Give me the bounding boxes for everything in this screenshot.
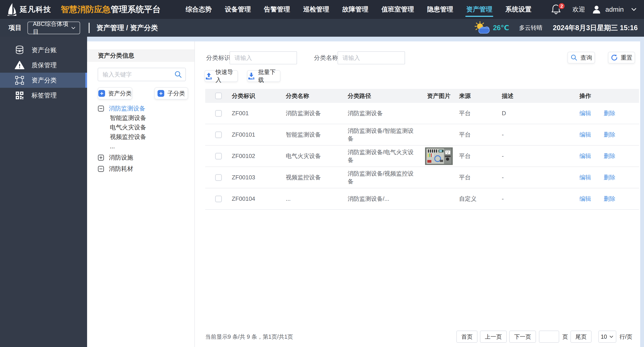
tree-node-ellipsis[interactable]: ...	[87, 142, 194, 151]
nav-item-devices[interactable]: 设备管理	[225, 0, 251, 19]
cell-source: 平台	[459, 109, 502, 117]
nav-item-settings[interactable]: 系统设置	[506, 0, 532, 19]
tree-node-video-surveillance[interactable]: 视频监控设备	[87, 132, 194, 142]
reset-button[interactable]: 重置	[608, 52, 635, 64]
tree-node-label: 智能监测设备	[110, 114, 146, 122]
sidebar-item-asset-category[interactable]: 资产分类	[0, 73, 87, 88]
query-button-label: 查询	[580, 54, 592, 62]
page-number-input[interactable]	[539, 330, 559, 343]
table-row: ZF00102 电气火灾设备 消防监测设备/电气火灾设备	[205, 146, 639, 167]
tree-node-fire-facilities[interactable]: 消防设施	[87, 153, 194, 162]
keyword-search-box	[98, 68, 186, 81]
refresh-icon	[611, 54, 618, 61]
keyword-search-icon[interactable]	[174, 70, 182, 78]
next-page-button[interactable]: 下一页	[509, 330, 536, 343]
category-info-panel: 资产分类信息 + 资产分类 + 子分类 消防监测设备 智能监测设备 电气火灾设备	[87, 42, 195, 347]
page-size-select[interactable]: 10	[598, 330, 616, 343]
nav-item-hazards[interactable]: 隐患管理	[427, 0, 453, 19]
sidebar-item-asset-ledger[interactable]: 资产台账	[0, 42, 87, 58]
row-checkbox[interactable]	[215, 132, 222, 138]
sidebar-item-tag-management[interactable]: 标签管理	[0, 88, 87, 103]
row-checkbox[interactable]	[215, 174, 222, 181]
header-source: 来源	[459, 92, 502, 100]
temperature-text: 26℃	[493, 24, 509, 32]
header-actions: 操作	[576, 92, 639, 100]
cell-category-id: ZF00101	[232, 131, 286, 138]
nav-item-duty-room[interactable]: 值班室管理	[382, 0, 414, 19]
user-menu-chevron-down-icon[interactable]	[630, 6, 637, 13]
user-avatar-icon[interactable]	[592, 5, 601, 14]
delete-link[interactable]: 删除	[604, 174, 616, 182]
category-name-filter-input[interactable]	[338, 51, 405, 64]
cell-description: D	[502, 110, 576, 117]
delete-link[interactable]: 删除	[604, 109, 616, 117]
cell-category-id: ZF00103	[232, 174, 286, 181]
quick-import-button[interactable]: 快速导入	[204, 70, 238, 82]
project-select[interactable]: ABC综合体项目	[28, 22, 80, 34]
top-nav-menu: 综合态势 设备管理 告警管理 巡检管理 故障管理 值班室管理 隐患管理 资产管理…	[179, 0, 538, 19]
add-subcategory-button[interactable]: + 子分类	[154, 87, 188, 100]
nav-item-alarms[interactable]: 告警管理	[264, 0, 290, 19]
edit-link[interactable]: 编辑	[580, 109, 591, 117]
tree-node-fire-monitoring[interactable]: 消防监测设备	[87, 104, 194, 113]
nav-item-overview[interactable]: 综合态势	[186, 0, 212, 19]
project-label: 项目	[8, 24, 22, 32]
notification-bell-icon[interactable]: 2	[551, 4, 561, 15]
row-checkbox[interactable]	[215, 196, 222, 202]
row-checkbox[interactable]	[215, 153, 222, 160]
delete-link[interactable]: 删除	[604, 131, 616, 138]
select-all-checkbox[interactable]	[215, 92, 222, 99]
last-page-button[interactable]: 尾页	[570, 330, 592, 343]
edit-link[interactable]: 编辑	[580, 152, 591, 160]
project-select-value: ABC综合体项目	[33, 20, 71, 36]
table-row: ZF00101 智能监测设备 消防监测设备/智能监测设备 平台 - 编辑 删除	[205, 124, 639, 146]
cell-category-name: 消防监测设备	[286, 109, 348, 117]
prev-page-button[interactable]: 上一页	[480, 330, 507, 343]
add-asset-category-button[interactable]: + 资产分类	[98, 87, 132, 100]
electrical-panel-photo[interactable]	[425, 148, 453, 165]
query-button[interactable]: 查询	[568, 52, 595, 64]
tag-qrcode-icon	[14, 90, 25, 100]
product-title-highlight: 智慧消防应急	[61, 5, 111, 14]
row-checkbox[interactable]	[215, 110, 222, 117]
category-id-filter-input[interactable]	[230, 51, 297, 64]
keyword-search-input[interactable]	[98, 71, 174, 78]
panel-title: 资产分类信息	[87, 50, 194, 62]
first-page-button[interactable]: 首页	[456, 330, 478, 343]
brand: 延凡科技 智慧消防应急管理系统平台	[6, 3, 161, 16]
edit-link[interactable]: 编辑	[580, 195, 591, 203]
cell-description: -	[502, 152, 576, 160]
batch-download-button[interactable]: 批量下载	[247, 70, 280, 82]
batch-download-label: 批量下载	[258, 68, 280, 84]
delete-link[interactable]: 删除	[604, 152, 616, 160]
sidebar-item-label: 资产台账	[32, 46, 57, 54]
cell-category-name: ...	[286, 195, 348, 202]
tree-node-electrical-fire[interactable]: 电气火灾设备	[87, 123, 194, 132]
weather-text: 多云转晴	[519, 24, 542, 32]
sidebar-item-label: 标签管理	[32, 91, 57, 100]
page-size-value: 10	[601, 334, 607, 340]
collapse-minus-icon[interactable]	[98, 106, 104, 112]
expand-plus-icon[interactable]	[98, 154, 104, 161]
cell-source: 平台	[459, 152, 502, 160]
edit-link[interactable]: 编辑	[580, 131, 591, 138]
edit-link[interactable]: 编辑	[580, 174, 591, 182]
tree-node-label: 视频监控设备	[110, 133, 146, 141]
nav-item-faults[interactable]: 故障管理	[342, 0, 368, 19]
table-row: ZF001 消防监测设备 消防监测设备 平台 D 编辑 删除	[205, 103, 639, 124]
collapse-minus-icon[interactable]	[98, 166, 104, 172]
sidebar-item-warranty[interactable]: 质保管理	[0, 58, 87, 73]
cell-category-path: 消防监测设备/电气火灾设备	[348, 148, 418, 164]
category-name-filter-label: 分类名称:	[314, 51, 340, 64]
tree-node-label: 消防耗材	[109, 165, 133, 173]
header-category-id: 分类标识	[232, 92, 286, 100]
nav-item-inspection[interactable]: 巡检管理	[303, 0, 329, 19]
cell-category-path: 消防监测设备/视频监控设备	[348, 170, 418, 186]
quick-import-label: 快速导入	[216, 68, 238, 84]
tree-node-label: ...	[110, 143, 115, 150]
sidebar-item-label: 资产分类	[32, 76, 57, 84]
nav-item-assets[interactable]: 资产管理	[466, 0, 492, 19]
tree-node-smart-monitoring[interactable]: 智能监测设备	[87, 113, 194, 123]
tree-node-fire-consumables[interactable]: 消防耗材	[87, 164, 194, 174]
delete-link[interactable]: 删除	[604, 195, 616, 203]
